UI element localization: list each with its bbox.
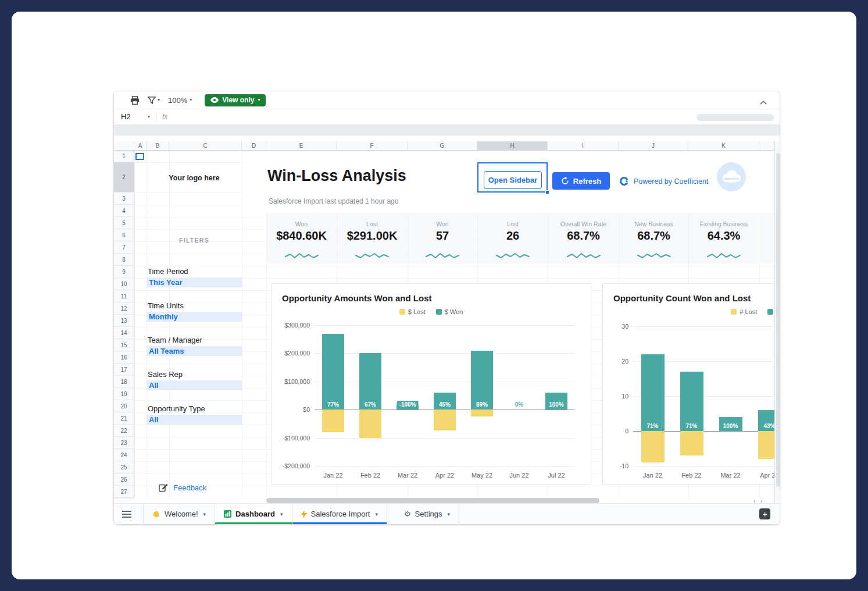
row-header-4[interactable]: 4 xyxy=(114,205,134,217)
row-header-11[interactable]: 11 xyxy=(114,290,134,302)
collapse-toolbar-button[interactable] xyxy=(760,97,767,107)
zoom-select[interactable]: 100% ▾ xyxy=(168,96,192,105)
chevron-down-icon: ▾ xyxy=(280,511,283,517)
row-header-17[interactable]: 17 xyxy=(114,364,134,376)
filter-value-time-period[interactable]: This Year xyxy=(147,277,242,287)
print-button[interactable] xyxy=(130,96,140,105)
legend-item: $ Lost xyxy=(399,308,426,315)
horizontal-scrollbar-thumb[interactable] xyxy=(266,498,599,503)
svg-text:salesforce: salesforce xyxy=(724,177,739,180)
chart-gridline xyxy=(315,325,575,326)
row-header-16[interactable]: 16 xyxy=(114,351,134,364)
powered-by-coefficient-link[interactable]: Powered by Coefficient xyxy=(619,176,708,186)
kpi-value: 64.3% xyxy=(689,229,759,243)
y-axis-label: $300,000 xyxy=(274,322,310,329)
bar-lost xyxy=(359,410,381,437)
add-on-button[interactable]: + xyxy=(759,508,770,519)
legend-swatch xyxy=(731,309,737,315)
column-headers: ABCDEFGHIJK xyxy=(114,141,774,151)
column-header-partial[interactable] xyxy=(759,141,774,150)
column-header-C[interactable]: C xyxy=(169,141,242,150)
y-axis-label: $0 xyxy=(274,406,310,413)
kpi-card: Lost26 xyxy=(478,213,548,264)
all-sheets-menu-icon[interactable] xyxy=(122,511,131,518)
column-header-H[interactable]: H xyxy=(477,141,548,150)
row-header-26[interactable]: 26 xyxy=(114,473,134,486)
row-header-22[interactable]: 22 xyxy=(114,425,134,437)
kpi-card: Overall Win Rate68.7% xyxy=(548,213,619,264)
kpi-value: $291.00K xyxy=(337,229,407,243)
y-axis-label: 20 xyxy=(592,358,628,365)
vertical-scrollbar[interactable] xyxy=(774,141,780,504)
filter-value-sales-rep[interactable]: All xyxy=(147,380,242,390)
row-header-20[interactable]: 20 xyxy=(114,400,134,412)
row-header-9[interactable]: 9 xyxy=(114,266,134,278)
feedback-icon xyxy=(159,483,169,492)
tab-settings[interactable]: ⚙Settings▾ xyxy=(395,504,459,524)
chart-card-opportunity-amounts-won-and-lost[interactable]: Opportunity Amounts Won and Lost$ Lost$ … xyxy=(271,283,591,485)
row-header-8[interactable]: 8 xyxy=(114,254,134,266)
row-header-5[interactable]: 5 xyxy=(114,217,134,229)
row-header-25[interactable]: 25 xyxy=(114,461,134,473)
filter-value-opportunity-type[interactable]: All xyxy=(147,415,242,425)
x-axis-label: Feb 22 xyxy=(674,472,709,479)
legend-item: $ Won xyxy=(436,308,463,315)
row-header-10[interactable]: 10 xyxy=(114,278,134,290)
tab-dashboard[interactable]: Dashboard▾ xyxy=(215,504,292,524)
column-header-A[interactable]: A xyxy=(134,141,147,150)
kpi-card: Existing Business64.3% xyxy=(689,213,759,264)
row-header-21[interactable]: 21 xyxy=(114,412,134,425)
row-header-1[interactable]: 1 xyxy=(114,151,134,162)
column-header-J[interactable]: J xyxy=(619,141,688,150)
column-header-B[interactable]: B xyxy=(147,141,169,150)
column-header-D[interactable]: D xyxy=(242,141,266,150)
column-header-F[interactable]: F xyxy=(337,141,408,150)
legend-item: # Lost xyxy=(731,308,757,315)
tab-salesforce-import[interactable]: Salesforce Import▾ xyxy=(292,504,387,524)
select-all-corner[interactable] xyxy=(114,141,134,150)
tab-label: Dashboard xyxy=(235,510,275,518)
kpi-sparkline xyxy=(548,251,619,261)
kpi-label: Lost xyxy=(337,220,407,227)
x-axis-label: Jul 22 xyxy=(539,472,574,479)
column-header-K[interactable]: K xyxy=(688,141,759,150)
y-axis-label: -$100,000 xyxy=(274,435,310,442)
filter-value-time-units[interactable]: Monthly xyxy=(147,312,242,322)
row-header-23[interactable]: 23 xyxy=(114,437,134,449)
filter-views-button[interactable]: ▾ xyxy=(148,97,160,104)
row-header-2[interactable]: 2 xyxy=(114,162,134,193)
column-header-G[interactable]: G xyxy=(408,141,477,150)
printer-icon xyxy=(130,96,140,105)
row-header-3[interactable]: 3 xyxy=(114,193,134,205)
chevron-down-icon: ▾ xyxy=(375,511,378,517)
row-header-6[interactable]: 6 xyxy=(114,229,134,241)
chart-card-opportunity-count-won-and-lost[interactable]: Opportunity Count Won and Lost# Lost# Wo… xyxy=(602,283,774,485)
column-header-E[interactable]: E xyxy=(266,141,337,150)
chart-gridline xyxy=(315,382,575,382)
open-sidebar-button[interactable]: Open Sidebar xyxy=(484,171,542,189)
bar-lost xyxy=(641,431,665,462)
row-header-24[interactable]: 24 xyxy=(114,449,134,461)
chevron-down-icon: ▾ xyxy=(148,115,150,119)
eye-icon xyxy=(210,97,219,103)
row-header-18[interactable]: 18 xyxy=(114,376,134,388)
refresh-button[interactable]: Refresh xyxy=(552,172,610,190)
vertical-scrollbar-thumb[interactable] xyxy=(776,153,780,487)
feedback-link[interactable]: Feedback xyxy=(159,483,206,492)
y-axis-label: 30 xyxy=(592,323,628,330)
row-header-14[interactable]: 14 xyxy=(114,327,134,339)
row-header-7[interactable]: 7 xyxy=(114,241,134,254)
bar-value-label: 89% xyxy=(474,401,490,409)
row-header-19[interactable]: 19 xyxy=(114,388,134,400)
name-box[interactable]: H2 xyxy=(114,112,148,121)
column-header-I[interactable]: I xyxy=(548,141,619,150)
row-header-13[interactable]: 13 xyxy=(114,315,134,327)
filter-value-team-manager[interactable]: All Teams xyxy=(147,346,242,356)
tab-label: Welcome! xyxy=(165,510,198,518)
row-header-12[interactable]: 12 xyxy=(114,302,134,315)
view-only-button[interactable]: View only ▾ xyxy=(205,94,266,106)
row-header-15[interactable]: 15 xyxy=(114,339,134,351)
row-header-partial[interactable] xyxy=(114,498,134,499)
tab-welcome[interactable]: Welcome!▾ xyxy=(143,504,215,524)
row-header-27[interactable]: 27 xyxy=(114,486,134,498)
